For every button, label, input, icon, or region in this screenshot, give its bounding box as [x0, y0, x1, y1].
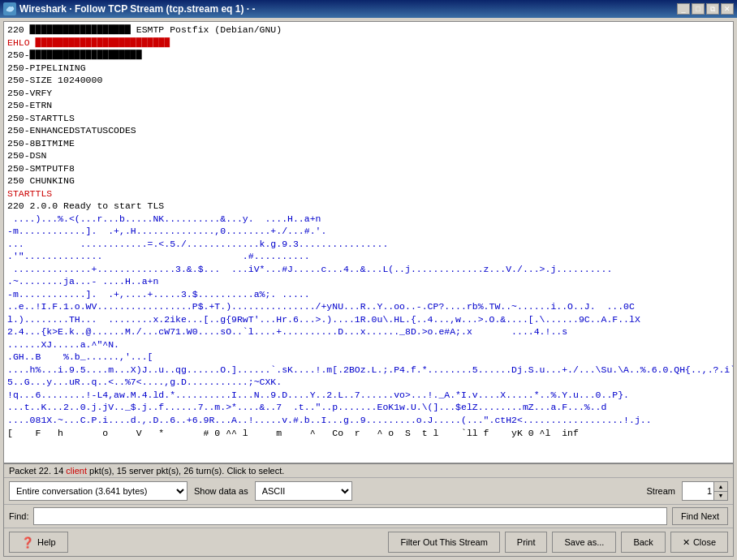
stream-label: Stream: [647, 486, 675, 496]
find-row: Find: Find Next: [4, 504, 733, 528]
stream-line: 250-STARTTLS: [7, 112, 730, 125]
back-button[interactable]: Back: [621, 532, 665, 553]
stream-line: l.)........TH... ........x.2ike...[..g{9…: [7, 313, 730, 326]
controls-row1: Entire conversation (3.641 bytes) Show d…: [4, 477, 733, 504]
stream-line: ....)...%.<(...r...b.....NK..........&..…: [7, 213, 730, 226]
stream-line: 250-8BITMIME: [7, 137, 730, 150]
shark-icon: [5, 4, 15, 14]
stream-line: ......XJ.....a.^"^N.: [7, 338, 730, 351]
stream-line: 220 ██████████████████ ESMTP Postfix (De…: [7, 24, 730, 37]
stream-line: EHLO ████████████████████████: [7, 37, 730, 50]
status-text-after: pkt(s), 15 server pkt(s), 26 turn(s). Cl…: [87, 466, 284, 476]
stream-line: ..............+..............3.&.$... ..…: [7, 263, 730, 276]
stream-up-button[interactable]: ▲: [714, 482, 727, 492]
app-icon: [3, 2, 16, 15]
stream-line: 5..G...y...uR..q..<..%7<....,g.D........…: [7, 376, 730, 389]
stream-down-button[interactable]: ▼: [714, 492, 727, 501]
stream-line: -m............]. .+,.H..............,0..…: [7, 225, 730, 238]
stream-line: 220 2.0.0 Ready to start TLS: [7, 200, 730, 213]
stream-input-wrap: 1 ▲ ▼: [682, 481, 728, 501]
stream-line: 250-PIPELINING: [7, 62, 730, 75]
stream-line: ...t..K...2..0.j.jV.._$.j..f......7..m.>…: [7, 401, 730, 414]
print-button[interactable]: Print: [505, 532, 548, 553]
stream-line: 250 CHUNKING: [7, 174, 730, 187]
stream-line: .GH..B %.b_......,'...[: [7, 351, 730, 364]
stream-line: 250-VRFY: [7, 87, 730, 100]
stream-line: ..e..!I.F.1.o.WV.................P$.+T.)…: [7, 300, 730, 313]
stream-line: [ F h o V * # 0 ^^ l m ^ Co r ^ o S t l …: [7, 427, 730, 440]
status-bar: Packet 22. 14 client pkt(s), 15 server p…: [4, 463, 733, 477]
help-button[interactable]: ❓ Help: [9, 532, 68, 553]
stream-line: STARTTLS: [7, 187, 730, 200]
stream-line: ....081X.~...C.P.i....d.,.D..6..+6.9R...…: [7, 414, 730, 427]
conversation-select[interactable]: Entire conversation (3.641 bytes): [9, 481, 187, 501]
stream-line: 2.4...{k>E.k..@......M./...cW71.W0....sO…: [7, 325, 730, 338]
stream-line: .'".............. .#..........: [7, 250, 730, 263]
window-title: Wireshark · Follow TCP Stream (tcp.strea…: [19, 3, 255, 15]
stream-line: ... ............=.<.5./.............k.g.…: [7, 238, 730, 251]
stream-line: 250-SMTPUTF8: [7, 162, 730, 175]
titlebar-left: Wireshark · Follow TCP Stream (tcp.strea…: [3, 2, 255, 15]
buttons-row: ❓ Help Filter Out This Stream Print Save…: [4, 528, 733, 556]
close-icon: ✕: [683, 537, 690, 548]
stream-line: 250-ETRN: [7, 99, 730, 112]
stream-number-input[interactable]: 1: [682, 481, 714, 501]
stream-line: -m............]. .+,....+.....3.$.......…: [7, 288, 730, 301]
find-label: Find:: [9, 511, 28, 521]
close-button[interactable]: ✕: [721, 3, 734, 15]
stream-line: 250-ENHANCEDSTATUSCODES: [7, 124, 730, 137]
save-as-button[interactable]: Save as...: [552, 532, 616, 553]
stream-content[interactable]: 220 ██████████████████ ESMTP Postfix (De…: [4, 22, 733, 463]
stream-line: 250-DSN: [7, 149, 730, 162]
close-button[interactable]: ✕ Close: [670, 532, 728, 553]
ascii-select[interactable]: ASCII Hex Dump C Arrays Raw UTF-8 YAML: [255, 481, 352, 501]
main-window: 220 ██████████████████ ESMTP Postfix (De…: [3, 21, 734, 557]
filter-button[interactable]: Filter Out This Stream: [388, 532, 499, 553]
stream-line: !q...6........!-L4,aw.M.4.ld.*..........…: [7, 389, 730, 402]
titlebar-controls[interactable]: _ □ ⧉ ✕: [677, 3, 734, 15]
find-input[interactable]: [33, 507, 666, 525]
stream-spinner[interactable]: ▲ ▼: [714, 481, 728, 501]
show-data-label: Show data as: [194, 486, 248, 496]
status-text-before: Packet 22. 14: [9, 466, 66, 476]
status-client: client: [66, 466, 87, 476]
stream-line: .~........ja...- ....H..a+n: [7, 275, 730, 288]
titlebar: Wireshark · Follow TCP Stream (tcp.strea…: [0, 0, 737, 18]
stream-line: ....h%...i.9.5....m...X)J..u..qg......O.…: [7, 364, 730, 377]
maximize-button[interactable]: ⧉: [706, 3, 719, 15]
minimize-button[interactable]: _: [677, 3, 690, 15]
stream-line: 250-████████████████████: [7, 49, 730, 62]
restore-button[interactable]: □: [692, 3, 705, 15]
find-next-button[interactable]: Find Next: [672, 507, 728, 525]
help-icon: ❓: [21, 536, 34, 549]
stream-line: 250-SIZE 10240000: [7, 74, 730, 87]
